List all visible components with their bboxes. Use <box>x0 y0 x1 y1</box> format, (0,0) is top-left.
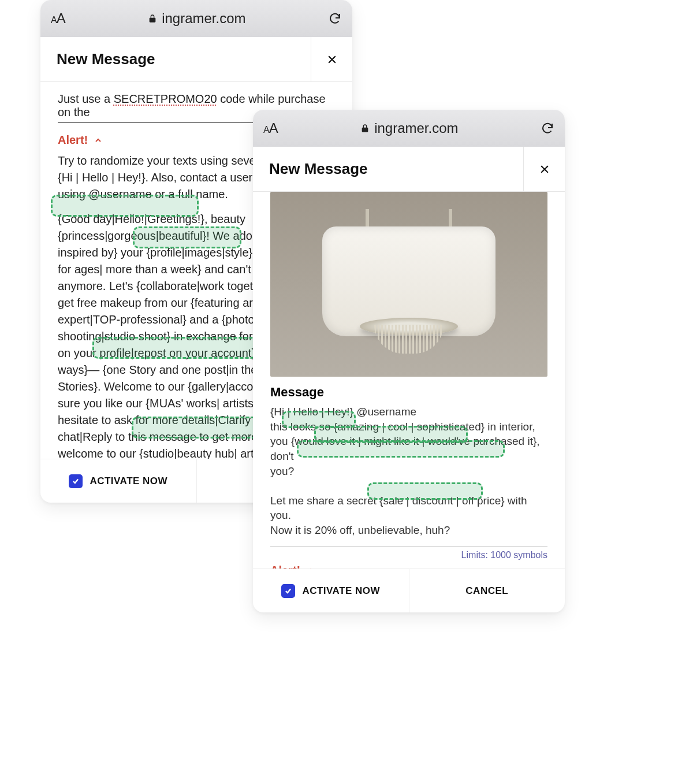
browser-addressbar: AA ingramer.com <box>253 110 565 147</box>
activate-label: ACTIVATE NOW <box>302 585 380 597</box>
browser-addressbar: AA ingramer.com <box>40 0 352 37</box>
close-button[interactable] <box>311 37 352 81</box>
activate-now-button[interactable]: ACTIVATE NOW <box>253 569 409 612</box>
lock-icon <box>148 13 157 24</box>
message-textarea[interactable]: {Hi | Hello | Hey!} @username this looks… <box>270 404 547 547</box>
text-size-icon[interactable]: AA <box>263 120 278 136</box>
modal-header: New Message <box>253 147 565 192</box>
char-limit-label: Limits: 1000 symbols <box>270 550 547 560</box>
action-bar: ACTIVATE NOW CANCEL <box>253 569 565 612</box>
promo-prefix: Just use a <box>58 92 114 105</box>
message-field-label: Message <box>270 385 547 400</box>
reload-icon[interactable] <box>328 12 342 25</box>
alert-toggle[interactable]: Alert! <box>270 564 547 569</box>
phone-preview-front: AA ingramer.com New Message Message {Hi … <box>253 110 565 612</box>
alert-label: Alert! <box>58 133 88 147</box>
close-icon <box>539 164 550 175</box>
checkbox-checked-icon <box>69 474 83 488</box>
modal-title: New Message <box>253 160 523 178</box>
alert-label: Alert! <box>270 564 300 569</box>
chandelier-illustration <box>311 209 507 359</box>
attached-image[interactable] <box>270 192 547 377</box>
activate-now-button[interactable]: ACTIVATE NOW <box>40 459 196 503</box>
checkbox-checked-icon <box>281 584 295 598</box>
activate-label: ACTIVATE NOW <box>90 475 167 487</box>
promo-code: SECRETPROMO20 <box>114 92 217 105</box>
cancel-label: CANCEL <box>465 585 508 597</box>
reload-icon[interactable] <box>541 121 554 135</box>
cancel-button[interactable]: CANCEL <box>409 569 565 612</box>
text-size-icon[interactable]: AA <box>51 10 66 27</box>
modal-header: New Message <box>40 37 352 82</box>
chevron-up-icon <box>94 136 103 145</box>
browser-domain: ingramer.com <box>374 120 458 136</box>
close-button[interactable] <box>523 147 565 191</box>
modal-body: Message {Hi | Hello | Hey!} @username th… <box>253 192 565 569</box>
close-icon <box>326 54 338 65</box>
lock-icon <box>360 123 370 133</box>
browser-domain: ingramer.com <box>162 10 245 27</box>
modal-title: New Message <box>40 50 311 68</box>
